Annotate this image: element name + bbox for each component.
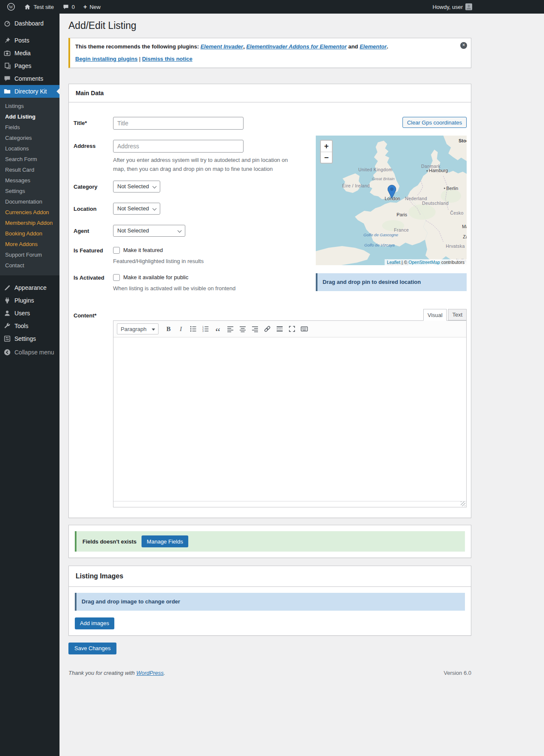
submenu-item-search-form[interactable]: Search Form	[0, 154, 60, 165]
submenu-item-listings[interactable]: Listings	[0, 101, 60, 112]
leaflet-link[interactable]: Leaflet	[387, 260, 400, 265]
tab-visual[interactable]: Visual	[423, 309, 447, 321]
submenu-item-settings[interactable]: Settings	[0, 186, 60, 197]
bold-button[interactable]: B	[163, 324, 174, 334]
new-content-menu[interactable]: + New	[79, 0, 105, 14]
dismiss-this-notice-link[interactable]: Dismiss this notice	[142, 56, 192, 62]
map-marker-pin[interactable]	[388, 185, 396, 199]
save-changes-button[interactable]: Save Changes	[68, 643, 116, 654]
form-fields-column: Title* Address After you enter address s…	[74, 117, 306, 309]
sidebar-item-users[interactable]: Users	[0, 307, 60, 320]
openstreetmap-link[interactable]: OpenStreetMap	[408, 260, 440, 265]
clear-gps-button[interactable]: Clear Gps coordinates	[402, 117, 467, 128]
activated-checkbox[interactable]	[113, 274, 120, 281]
agent-select[interactable]: Not Selected	[113, 225, 185, 237]
map-attribution: Leaflet | © OpenStreetMap contributors	[385, 259, 467, 265]
dismiss-notice-button[interactable]: ×	[460, 42, 467, 49]
sidebar-item-appearance[interactable]: Appearance	[0, 281, 60, 294]
sidebar-item-directory-kit[interactable]: Directory Kit	[0, 85, 60, 98]
sidebar-item-dashboard[interactable]: Dashboard	[0, 17, 60, 30]
listing-images-title: Listing Images	[76, 572, 464, 580]
italic-button[interactable]: I	[175, 324, 187, 334]
manage-fields-button[interactable]: Manage Fields	[142, 535, 188, 547]
content-editor[interactable]	[113, 337, 466, 501]
fullscreen-button[interactable]	[286, 324, 298, 334]
featured-checkbox-label: Make it featured	[123, 247, 163, 253]
sidebar-item-plugins[interactable]: Plugins	[0, 294, 60, 307]
category-select[interactable]: Not Selected	[113, 181, 160, 193]
submenu-item-booking-addon[interactable]: Booking Addon	[0, 229, 60, 239]
read-more-button[interactable]	[274, 324, 285, 334]
sidebar-item-settings[interactable]: Settings	[0, 332, 60, 345]
tab-text[interactable]: Text	[448, 309, 467, 320]
main-data-panel: Main Data Title* Address After you enter…	[68, 84, 471, 518]
add-images-button[interactable]: Add images	[75, 617, 114, 629]
zoom-in-button[interactable]: +	[321, 141, 332, 152]
agent-value: Not Selected	[117, 227, 149, 234]
begin-installing-plugins-link[interactable]: Begin installing plugins	[75, 56, 138, 62]
sidebar-item-media[interactable]: Media	[0, 47, 60, 59]
paragraph-format-select[interactable]: Paragraph	[117, 323, 159, 334]
main-data-header: Main Data	[69, 84, 471, 102]
submenu-item-categories[interactable]: Categories	[0, 133, 60, 144]
plugin-link-elementinvader-addons[interactable]: ElementInvader Addons for Elementor	[246, 43, 346, 50]
admin-sidebar: Dashboard Posts Media Pages Comments Dir…	[0, 14, 60, 756]
submenu-item-fields[interactable]: Fields	[0, 122, 60, 133]
resize-grip[interactable]	[461, 501, 465, 506]
chevron-down-icon	[153, 184, 157, 188]
map-tiles	[316, 136, 467, 265]
submenu-item-documentation[interactable]: Documentation	[0, 197, 60, 207]
listing-images-body: Drag and drop image to change order Add …	[69, 587, 471, 635]
comments-counter[interactable]: 0	[58, 0, 79, 14]
howdy-label: Howdy, user	[433, 4, 463, 10]
editor-statusbar	[113, 501, 466, 507]
location-select[interactable]: Not Selected	[113, 203, 160, 215]
bulleted-list-button[interactable]	[187, 324, 199, 334]
admin-footer: Thank you for creating with WordPress. V…	[68, 670, 471, 685]
plugin-link-elementor[interactable]: Elementor	[360, 43, 387, 50]
account-menu[interactable]: Howdy, user	[428, 0, 476, 14]
wordpress-link[interactable]: WordPress	[136, 670, 164, 676]
submenu-item-more-addons[interactable]: More Addons	[0, 239, 60, 250]
sidebar-label: Comments	[14, 75, 43, 82]
sidebar-item-pages[interactable]: Pages	[0, 59, 60, 72]
main-data-body: Title* Address After you enter address s…	[69, 102, 471, 518]
sidebar-item-posts[interactable]: Posts	[0, 34, 60, 47]
collapse-menu-button[interactable]: Collapse menu	[0, 346, 60, 359]
align-left-button[interactable]	[224, 324, 236, 334]
title-input[interactable]	[113, 117, 244, 130]
align-right-button[interactable]	[249, 324, 261, 334]
blockquote-button[interactable]: “	[212, 324, 224, 334]
address-input[interactable]	[113, 140, 244, 153]
insert-link-button[interactable]	[261, 324, 273, 334]
agent-label: Agent	[74, 225, 113, 237]
align-center-button[interactable]	[237, 324, 248, 334]
user-icon	[0, 309, 14, 317]
chevron-down-icon	[178, 228, 182, 232]
submenu-item-contact[interactable]: Contact	[0, 260, 60, 271]
submenu-item-membership-addon[interactable]: Membership Addon	[0, 218, 60, 229]
bold-icon: B	[166, 326, 170, 333]
numbered-list-button[interactable]: 123	[200, 324, 211, 334]
editor-toolbar: Paragraph B I 123 “	[113, 321, 466, 337]
sidebar-item-tools[interactable]: Tools	[0, 320, 60, 332]
main-content: Add/Edit Listing This theme recommends t…	[68, 14, 471, 685]
submenu-item-locations[interactable]: Locations	[0, 144, 60, 154]
submenu-item-support-forum[interactable]: Support Forum	[0, 250, 60, 260]
title-row: Title*	[74, 117, 306, 130]
sidebar-label: Directory Kit	[14, 88, 47, 95]
submenu-item-add-listing[interactable]: Add Listing	[0, 112, 60, 122]
location-map[interactable]: Stoc Danmark United Kingdom Great Britai…	[316, 136, 467, 265]
zoom-out-button[interactable]: −	[321, 152, 332, 163]
submenu-item-currencies-addon[interactable]: Currencies Addon	[0, 207, 60, 218]
submenu-item-result-card[interactable]: Result Card	[0, 165, 60, 176]
submenu-item-messages[interactable]: Messages	[0, 176, 60, 186]
wordpress-logo[interactable]: W	[3, 0, 20, 14]
featured-checkbox[interactable]	[113, 247, 120, 254]
site-name-link[interactable]: Test site	[20, 0, 58, 14]
plugin-link-element-invader[interactable]: Element Invader	[201, 43, 243, 50]
map-zoom-control: + −	[320, 140, 333, 164]
sidebar-item-comments[interactable]: Comments	[0, 72, 60, 85]
keyboard-shortcuts-button[interactable]	[298, 324, 310, 334]
page-title: Add/Edit Listing	[68, 14, 471, 32]
